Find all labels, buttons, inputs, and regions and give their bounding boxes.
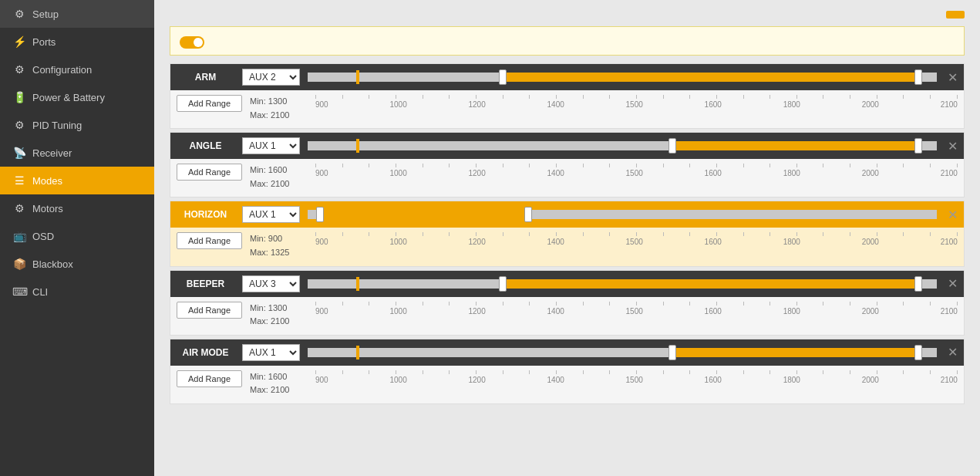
thumb-right-angle[interactable] xyxy=(914,138,922,154)
sidebar-label-power-battery: Power & Battery xyxy=(32,92,105,103)
mode-row-arm: ARMAUX 1AUX 2AUX 3AUX 4✕Add RangeMin: 13… xyxy=(170,63,965,129)
close-btn-air-mode[interactable]: ✕ xyxy=(948,345,958,360)
add-range-btn-arm[interactable]: Add Range xyxy=(177,95,242,112)
range-info-air-mode: Min: 1600Max: 2100 xyxy=(250,367,308,397)
aux-select-horizon[interactable]: AUX 1AUX 2AUX 3AUX 4 xyxy=(242,206,300,223)
ruler-labels-beeper: 90010001200140015001600180020002100 xyxy=(315,307,958,316)
sidebar-icon-ports: ⚡ xyxy=(12,35,26,48)
slider-arm[interactable] xyxy=(308,70,937,84)
thumb-left-horizon[interactable] xyxy=(316,207,324,222)
sidebar-icon-power-battery: 🔋 xyxy=(12,91,26,103)
mode-top-arm: ARMAUX 1AUX 2AUX 3AUX 4✕ xyxy=(170,64,964,90)
mode-label-angle: ANGLE xyxy=(177,140,234,151)
thumb-right-air-mode[interactable] xyxy=(914,345,922,360)
wiki-button[interactable] xyxy=(946,11,965,19)
sidebar-label-configuration: Configuration xyxy=(32,64,92,76)
sidebar-icon-setup: ⚙ xyxy=(12,8,26,20)
indicator-beeper xyxy=(356,277,359,291)
add-range-btn-angle[interactable]: Add Range xyxy=(177,164,242,181)
sidebar-icon-receiver: 📡 xyxy=(12,147,26,159)
mode-label-horizon: HORIZON xyxy=(177,209,234,220)
range-info-arm: Min: 1300Max: 2100 xyxy=(250,92,308,122)
main-content: ARMAUX 1AUX 2AUX 3AUX 4✕Add RangeMin: 13… xyxy=(154,0,980,476)
close-btn-horizon[interactable]: ✕ xyxy=(948,208,958,222)
ruler-labels-air-mode: 90010001200140015001600180020002100 xyxy=(315,376,958,384)
sidebar-label-osd: OSD xyxy=(32,231,54,242)
sidebar-label-blackbox: Blackbox xyxy=(32,258,73,270)
sidebar-item-cli[interactable]: ⌨CLI xyxy=(0,278,154,306)
mode-top-air-mode: AIR MODEAUX 1AUX 2AUX 3AUX 4✕ xyxy=(170,339,964,366)
mode-bottom-beeper: Add RangeMin: 1300Max: 21009001000120014… xyxy=(170,297,964,335)
slider-beeper[interactable] xyxy=(308,277,937,291)
thumb-left-beeper[interactable] xyxy=(499,276,507,292)
page-header xyxy=(154,0,980,26)
mode-top-horizon: HORIZONAUX 1AUX 2AUX 3AUX 4✕ xyxy=(170,201,964,228)
scale-horizon: 90010001200140015001600180020002100 xyxy=(315,229,958,246)
aux-select-arm[interactable]: AUX 1AUX 2AUX 3AUX 4 xyxy=(242,69,300,86)
mode-bottom-horizon: Add RangeMin: 900Max: 132590010001200140… xyxy=(170,228,964,265)
thumb-left-arm[interactable] xyxy=(499,69,507,85)
scale-air-mode: 90010001200140015001600180020002100 xyxy=(315,367,958,384)
sidebar-item-receiver[interactable]: 📡Receiver xyxy=(0,139,154,167)
sidebar-label-ports: Ports xyxy=(32,36,56,48)
sidebar-item-osd[interactable]: 📺OSD xyxy=(0,222,154,250)
sidebar-icon-osd: 📺 xyxy=(12,230,26,242)
sidebar-icon-cli: ⌨ xyxy=(12,285,26,298)
close-btn-angle[interactable]: ✕ xyxy=(948,139,958,154)
ruler-labels-angle: 90010001200140015001600180020002100 xyxy=(315,169,958,177)
sidebar-label-pid-tuning: PID Tuning xyxy=(32,120,82,131)
mode-label-arm: ARM xyxy=(177,72,234,83)
slider-air-mode[interactable] xyxy=(308,346,937,360)
sidebar-item-modes[interactable]: ☰Modes xyxy=(0,167,154,194)
ruler-labels-horizon: 90010001200140015001600180020002100 xyxy=(315,238,958,246)
sidebar-label-modes: Modes xyxy=(32,175,62,187)
aux-select-angle[interactable]: AUX 1AUX 2AUX 3AUX 4 xyxy=(242,137,300,154)
sidebar-item-blackbox[interactable]: 📦Blackbox xyxy=(0,250,154,278)
modes-container: ARMAUX 1AUX 2AUX 3AUX 4✕Add RangeMin: 13… xyxy=(154,63,980,415)
mode-label-air-mode: AIR MODE xyxy=(177,347,234,358)
close-btn-arm[interactable]: ✕ xyxy=(948,70,958,85)
add-range-btn-horizon[interactable]: Add Range xyxy=(177,232,242,249)
sidebar-icon-pid-tuning: ⚙ xyxy=(12,119,26,131)
mode-bottom-angle: Add RangeMin: 1600Max: 21009001000120014… xyxy=(170,159,964,197)
mode-bottom-arm: Add RangeMin: 1300Max: 21009001000120014… xyxy=(170,90,964,128)
sidebar-icon-motors: ⚙ xyxy=(12,202,26,214)
add-range-btn-beeper[interactable]: Add Range xyxy=(177,302,242,319)
sidebar-item-ports[interactable]: ⚡Ports xyxy=(0,28,154,56)
mode-bottom-air-mode: Add RangeMin: 1600Max: 21009001000120014… xyxy=(170,366,964,403)
sidebar-label-cli: CLI xyxy=(32,286,48,298)
range-info-angle: Min: 1600Max: 2100 xyxy=(250,160,308,191)
ruler-labels-arm: 90010001200140015001600180020002100 xyxy=(315,100,958,109)
range-info-beeper: Min: 1300Max: 2100 xyxy=(250,299,308,329)
scale-beeper: 90010001200140015001600180020002100 xyxy=(315,299,958,316)
sidebar-icon-configuration: ⚙ xyxy=(12,63,26,76)
thumb-right-horizon[interactable] xyxy=(524,207,532,222)
aux-select-beeper[interactable]: AUX 1AUX 2AUX 3AUX 4 xyxy=(242,275,300,292)
add-range-btn-air-mode[interactable]: Add Range xyxy=(177,370,242,387)
thumb-right-beeper[interactable] xyxy=(914,276,922,292)
show-hide-toggle[interactable] xyxy=(180,36,204,49)
sidebar-icon-blackbox: 📦 xyxy=(12,258,26,270)
mode-row-angle: ANGLEAUX 1AUX 2AUX 3AUX 4✕Add RangeMin: … xyxy=(170,132,965,197)
thumb-left-air-mode[interactable] xyxy=(668,345,676,360)
sidebar-label-motors: Motors xyxy=(32,203,63,214)
mode-top-beeper: BEEPERAUX 1AUX 2AUX 3AUX 4✕ xyxy=(170,271,964,297)
mode-label-beeper: BEEPER xyxy=(177,279,234,289)
sidebar-item-setup[interactable]: ⚙Setup xyxy=(0,0,154,28)
thumb-left-angle[interactable] xyxy=(668,138,676,154)
indicator-horizon xyxy=(356,208,359,221)
aux-select-air-mode[interactable]: AUX 1AUX 2AUX 3AUX 4 xyxy=(242,344,300,361)
indicator-air-mode xyxy=(356,346,359,360)
scale-arm: 90010001200140015001600180020002100 xyxy=(315,92,958,109)
sidebar: ⚙Setup⚡Ports⚙Configuration🔋Power & Batte… xyxy=(0,0,154,476)
thumb-right-arm[interactable] xyxy=(914,69,922,85)
sidebar-item-pid-tuning[interactable]: ⚙PID Tuning xyxy=(0,111,154,139)
sidebar-item-power-battery[interactable]: 🔋Power & Battery xyxy=(0,83,154,111)
close-btn-beeper[interactable]: ✕ xyxy=(948,276,958,291)
sidebar-item-motors[interactable]: ⚙Motors xyxy=(0,194,154,222)
slider-angle[interactable] xyxy=(308,139,937,153)
slider-horizon[interactable] xyxy=(308,208,937,221)
mode-row-beeper: BEEPERAUX 1AUX 2AUX 3AUX 4✕Add RangeMin:… xyxy=(170,270,965,336)
sidebar-item-configuration[interactable]: ⚙Configuration xyxy=(0,56,154,83)
range-info-horizon: Min: 900Max: 1325 xyxy=(250,229,308,259)
